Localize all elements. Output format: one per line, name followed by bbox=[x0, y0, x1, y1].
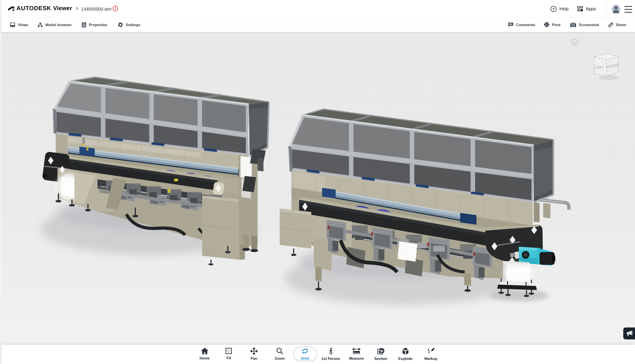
svg-text:?: ? bbox=[552, 7, 554, 11]
